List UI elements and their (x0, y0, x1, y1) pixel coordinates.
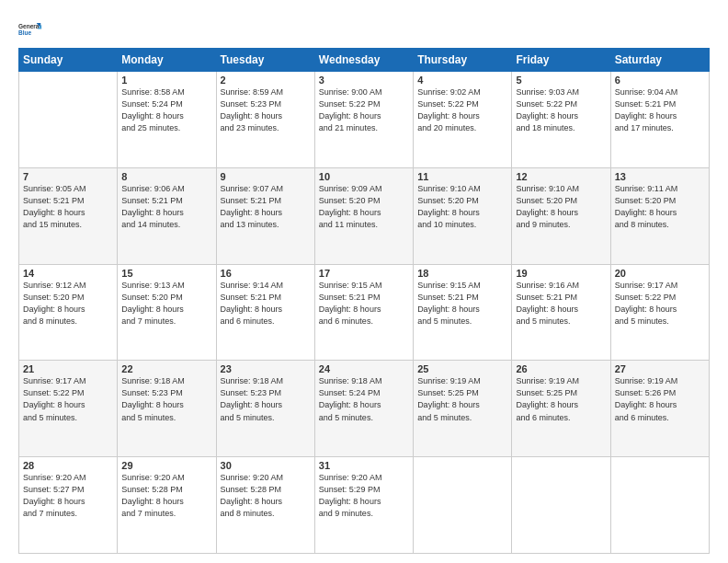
day-info: Sunrise: 9:14 AM Sunset: 5:21 PM Dayligh… (221, 280, 311, 327)
day-info: Sunrise: 8:59 AM Sunset: 5:23 PM Dayligh… (221, 86, 311, 134)
day-number: 15 (121, 268, 211, 279)
day-info: Sunrise: 9:07 AM Sunset: 5:21 PM Dayligh… (221, 183, 311, 231)
calendar-cell: 5Sunrise: 9:03 AM Sunset: 5:22 PM Daylig… (512, 72, 610, 168)
day-number: 3 (319, 75, 409, 86)
weekday-sunday: Sunday (19, 49, 118, 72)
day-number: 30 (221, 460, 311, 471)
day-info: Sunrise: 9:05 AM Sunset: 5:21 PM Dayligh… (23, 183, 113, 231)
calendar-cell (19, 72, 118, 168)
week-row-4: 21Sunrise: 9:17 AM Sunset: 5:22 PM Dayli… (19, 361, 710, 457)
day-number: 22 (121, 363, 211, 374)
weekday-tuesday: Tuesday (216, 49, 314, 72)
calendar-cell: 4Sunrise: 9:02 AM Sunset: 5:22 PM Daylig… (414, 72, 512, 168)
day-info: Sunrise: 9:11 AM Sunset: 5:20 PM Dayligh… (615, 183, 705, 231)
day-number: 8 (121, 171, 211, 182)
day-number: 9 (221, 171, 311, 182)
calendar-cell: 21Sunrise: 9:17 AM Sunset: 5:22 PM Dayli… (19, 361, 118, 457)
calendar-cell: 29Sunrise: 9:20 AM Sunset: 5:28 PM Dayli… (118, 457, 216, 554)
day-info: Sunrise: 9:19 AM Sunset: 5:26 PM Dayligh… (615, 375, 705, 423)
calendar-cell: 28Sunrise: 9:20 AM Sunset: 5:27 PM Dayli… (19, 457, 118, 554)
calendar-cell: 2Sunrise: 8:59 AM Sunset: 5:23 PM Daylig… (216, 72, 314, 168)
calendar-cell: 8Sunrise: 9:06 AM Sunset: 5:21 PM Daylig… (118, 167, 216, 264)
calendar-cell: 9Sunrise: 9:07 AM Sunset: 5:21 PM Daylig… (216, 167, 314, 264)
day-info: Sunrise: 9:00 AM Sunset: 5:22 PM Dayligh… (319, 86, 409, 134)
weekday-header-row: SundayMondayTuesdayWednesdayThursdayFrid… (19, 49, 710, 72)
calendar-cell: 17Sunrise: 9:15 AM Sunset: 5:21 PM Dayli… (314, 264, 413, 361)
weekday-thursday: Thursday (414, 49, 512, 72)
calendar-cell (512, 457, 610, 554)
day-info: Sunrise: 9:18 AM Sunset: 5:23 PM Dayligh… (121, 375, 211, 423)
day-number: 7 (23, 171, 113, 182)
day-info: Sunrise: 9:10 AM Sunset: 5:20 PM Dayligh… (516, 183, 606, 231)
day-info: Sunrise: 9:20 AM Sunset: 5:28 PM Dayligh… (121, 472, 211, 520)
day-number: 12 (516, 171, 606, 182)
day-number: 26 (516, 363, 606, 374)
day-info: Sunrise: 9:20 AM Sunset: 5:28 PM Dayligh… (221, 472, 311, 520)
day-info: Sunrise: 9:06 AM Sunset: 5:21 PM Dayligh… (121, 183, 211, 231)
calendar-cell: 12Sunrise: 9:10 AM Sunset: 5:20 PM Dayli… (512, 167, 610, 264)
day-info: Sunrise: 9:19 AM Sunset: 5:25 PM Dayligh… (516, 375, 606, 423)
calendar-cell: 22Sunrise: 9:18 AM Sunset: 5:23 PM Dayli… (118, 361, 216, 457)
day-number: 17 (319, 268, 409, 279)
day-info: Sunrise: 9:10 AM Sunset: 5:20 PM Dayligh… (417, 183, 507, 231)
day-info: Sunrise: 9:04 AM Sunset: 5:21 PM Dayligh… (615, 86, 705, 134)
day-info: Sunrise: 8:58 AM Sunset: 5:24 PM Dayligh… (121, 86, 211, 134)
day-number: 2 (221, 75, 311, 86)
day-number: 19 (516, 268, 606, 279)
week-row-1: 1Sunrise: 8:58 AM Sunset: 5:24 PM Daylig… (19, 72, 710, 168)
calendar-cell (610, 457, 709, 554)
day-number: 23 (221, 363, 311, 374)
day-number: 14 (23, 268, 113, 279)
calendar-cell: 6Sunrise: 9:04 AM Sunset: 5:21 PM Daylig… (610, 72, 709, 168)
day-info: Sunrise: 9:20 AM Sunset: 5:29 PM Dayligh… (319, 472, 409, 520)
day-info: Sunrise: 9:03 AM Sunset: 5:22 PM Dayligh… (516, 86, 606, 134)
week-row-3: 14Sunrise: 9:12 AM Sunset: 5:20 PM Dayli… (19, 264, 710, 361)
calendar-cell: 23Sunrise: 9:18 AM Sunset: 5:23 PM Dayli… (216, 361, 314, 457)
generalblue-logo-icon: GeneralBlue (18, 17, 44, 42)
day-info: Sunrise: 9:17 AM Sunset: 5:22 PM Dayligh… (615, 280, 705, 327)
calendar-cell: 10Sunrise: 9:09 AM Sunset: 5:20 PM Dayli… (314, 167, 413, 264)
weekday-monday: Monday (118, 49, 216, 72)
day-number: 16 (221, 268, 311, 279)
calendar-cell: 3Sunrise: 9:00 AM Sunset: 5:22 PM Daylig… (314, 72, 413, 168)
day-number: 29 (121, 460, 211, 471)
page: GeneralBlue SundayMondayTuesdayWednesday… (0, 0, 728, 563)
day-number: 28 (23, 460, 113, 471)
day-info: Sunrise: 9:15 AM Sunset: 5:21 PM Dayligh… (319, 280, 409, 327)
calendar-cell: 14Sunrise: 9:12 AM Sunset: 5:20 PM Dayli… (19, 264, 118, 361)
logo: GeneralBlue (18, 17, 44, 42)
day-info: Sunrise: 9:19 AM Sunset: 5:25 PM Dayligh… (417, 375, 507, 423)
day-number: 1 (121, 75, 211, 86)
day-number: 11 (417, 171, 507, 182)
day-number: 18 (417, 268, 507, 279)
week-row-5: 28Sunrise: 9:20 AM Sunset: 5:27 PM Dayli… (19, 457, 710, 554)
day-number: 21 (23, 363, 113, 374)
calendar-cell: 15Sunrise: 9:13 AM Sunset: 5:20 PM Dayli… (118, 264, 216, 361)
calendar-cell: 27Sunrise: 9:19 AM Sunset: 5:26 PM Dayli… (610, 361, 709, 457)
day-info: Sunrise: 9:18 AM Sunset: 5:24 PM Dayligh… (319, 375, 409, 423)
calendar-cell: 20Sunrise: 9:17 AM Sunset: 5:22 PM Dayli… (610, 264, 709, 361)
calendar-cell: 1Sunrise: 8:58 AM Sunset: 5:24 PM Daylig… (118, 72, 216, 168)
day-info: Sunrise: 9:15 AM Sunset: 5:21 PM Dayligh… (417, 280, 507, 327)
day-info: Sunrise: 9:02 AM Sunset: 5:22 PM Dayligh… (417, 86, 507, 134)
day-info: Sunrise: 9:12 AM Sunset: 5:20 PM Dayligh… (23, 280, 113, 327)
weekday-wednesday: Wednesday (314, 49, 413, 72)
day-info: Sunrise: 9:20 AM Sunset: 5:27 PM Dayligh… (23, 472, 113, 520)
day-number: 5 (516, 75, 606, 86)
calendar-cell: 26Sunrise: 9:19 AM Sunset: 5:25 PM Dayli… (512, 361, 610, 457)
calendar-cell: 7Sunrise: 9:05 AM Sunset: 5:21 PM Daylig… (19, 167, 118, 264)
day-info: Sunrise: 9:13 AM Sunset: 5:20 PM Dayligh… (121, 280, 211, 327)
weekday-saturday: Saturday (610, 49, 709, 72)
day-info: Sunrise: 9:16 AM Sunset: 5:21 PM Dayligh… (516, 280, 606, 327)
calendar-cell: 16Sunrise: 9:14 AM Sunset: 5:21 PM Dayli… (216, 264, 314, 361)
day-info: Sunrise: 9:17 AM Sunset: 5:22 PM Dayligh… (23, 375, 113, 423)
day-number: 13 (615, 171, 705, 182)
calendar-cell: 18Sunrise: 9:15 AM Sunset: 5:21 PM Dayli… (414, 264, 512, 361)
calendar-cell: 25Sunrise: 9:19 AM Sunset: 5:25 PM Dayli… (414, 361, 512, 457)
calendar-table: SundayMondayTuesdayWednesdayThursdayFrid… (18, 48, 710, 554)
calendar-body: 1Sunrise: 8:58 AM Sunset: 5:24 PM Daylig… (19, 72, 710, 554)
calendar-cell: 19Sunrise: 9:16 AM Sunset: 5:21 PM Dayli… (512, 264, 610, 361)
calendar-cell: 11Sunrise: 9:10 AM Sunset: 5:20 PM Dayli… (414, 167, 512, 264)
day-number: 4 (417, 75, 507, 86)
weekday-friday: Friday (512, 49, 610, 72)
